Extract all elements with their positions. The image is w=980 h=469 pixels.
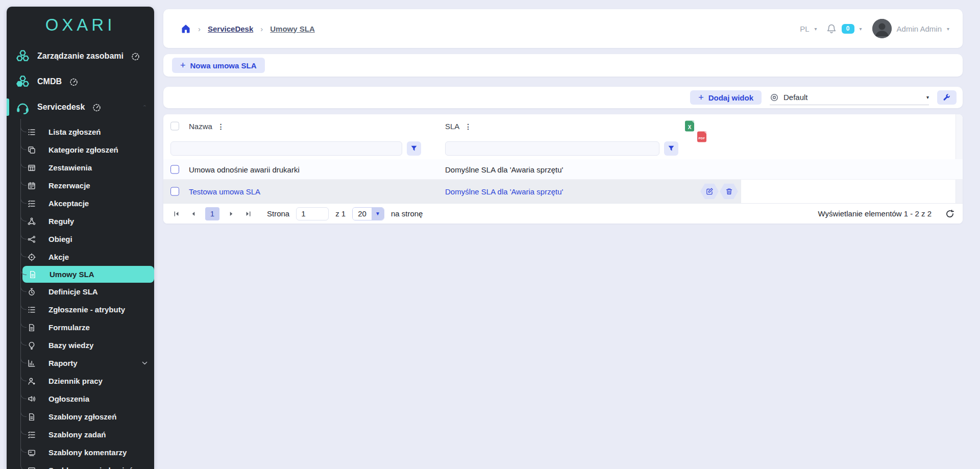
- sidebar-item-label: Szablony zadań: [48, 430, 106, 439]
- column-menu-icon[interactable]: ⋮: [217, 122, 225, 130]
- home-icon[interactable]: [181, 23, 191, 34]
- add-view-button[interactable]: + Dodaj widok: [690, 90, 762, 105]
- filter-input-nazwa[interactable]: [170, 141, 402, 156]
- page-number-input[interactable]: [296, 207, 329, 220]
- breadcrumb: › ServiceDesk › Umowy SLA: [181, 23, 800, 34]
- column-menu-icon[interactable]: ⋮: [464, 122, 472, 130]
- filter-button-nazwa[interactable]: [407, 141, 421, 156]
- section-label: CMDB: [37, 77, 62, 86]
- sidebar-item-label: Szablony zgłoszeń: [48, 412, 116, 421]
- sidebar-item-label: Szablony powiadomień: [48, 466, 133, 469]
- gauge-icon: [92, 103, 101, 112]
- doc-icon: [27, 323, 36, 332]
- sidebar-item-label: Szablony komentarzy: [48, 448, 127, 457]
- user-name[interactable]: Admin Admin: [897, 24, 942, 33]
- table-row-hovered[interactable]: Testowa umowa SLA Domyślne SLA dla 'Awar…: [163, 180, 963, 203]
- sidebar-item-lista-zg-osze-[interactable]: Lista zgłoszeń: [7, 123, 154, 141]
- sidebar-item-szablony-komentarzy[interactable]: Szablony komentarzy: [7, 443, 154, 461]
- breadcrumb-separator: ›: [260, 24, 263, 33]
- sidebar-item-og-oszenia[interactable]: Ogłoszenia: [7, 390, 154, 408]
- table-row[interactable]: Umowa odnośnie awarii drukarki Domyślne …: [163, 159, 963, 180]
- filter-button-sla[interactable]: [664, 141, 678, 156]
- active-section-indicator: [7, 98, 9, 116]
- checklist-icon: [27, 430, 36, 439]
- top-header: › ServiceDesk › Umowy SLA PL ▾ 0 ▾ Admin…: [163, 9, 963, 48]
- page-of-total-label: z 1: [335, 209, 346, 218]
- view-settings-button[interactable]: [937, 90, 957, 105]
- cell-nazwa[interactable]: Umowa odnośnie awarii drukarki: [189, 165, 300, 174]
- breadcrumb-current[interactable]: Umowy SLA: [270, 24, 315, 33]
- list-icon: [27, 305, 36, 314]
- sidebar-item-zestawienia[interactable]: Zestawienia: [7, 159, 154, 177]
- sidebar-item-label: Dziennik pracy: [48, 377, 103, 385]
- first-page-button[interactable]: [172, 208, 182, 219]
- language-caret-icon[interactable]: ▾: [815, 26, 817, 32]
- cell-sla[interactable]: Domyślne SLA dla 'Awaria sprzętu': [445, 165, 563, 174]
- language-selector[interactable]: PL: [800, 24, 809, 33]
- column-header-sla[interactable]: SLA ⋮: [445, 122, 472, 131]
- user-avatar[interactable]: [872, 19, 892, 38]
- sidebar-section-cmdb[interactable]: CMDB: [7, 69, 154, 94]
- filter-input-sla[interactable]: [445, 141, 659, 156]
- gauge-icon: [69, 78, 78, 86]
- sidebar-item-obiegi[interactable]: Obiegi: [7, 230, 154, 248]
- sidebar-section-zarz-dzanie-zasobami[interactable]: Zarządzanie zasobami: [7, 43, 154, 69]
- notifications-bell-icon[interactable]: [826, 23, 837, 34]
- sidebar-item-label: Akceptacje: [48, 199, 89, 208]
- cell-sla-link[interactable]: Domyślne SLA dla 'Awaria sprzętu': [445, 187, 563, 196]
- per-page-label: na stronę: [391, 209, 423, 218]
- sidebar-item-raporty[interactable]: Raporty: [7, 354, 154, 372]
- inbox-icon: [27, 466, 36, 469]
- sidebar-item-bazy-wiedzy[interactable]: Bazy wiedzy: [7, 336, 154, 354]
- row-checkbox[interactable]: [170, 187, 179, 196]
- sidebar-item-umowy-sla[interactable]: Umowy SLA: [22, 266, 154, 283]
- table-header-row: Nazwa ⋮ SLA ⋮ X PDF: [163, 114, 963, 138]
- select-all-checkbox[interactable]: [170, 122, 179, 131]
- funnel-icon: [410, 145, 418, 152]
- sidebar-item-definicje-sla[interactable]: Definicje SLA: [7, 283, 154, 301]
- refresh-button[interactable]: [945, 209, 954, 218]
- section-label: Servicedesk: [37, 103, 85, 112]
- breadcrumb-servicedesk-link[interactable]: ServiceDesk: [208, 24, 253, 33]
- column-header-nazwa[interactable]: Nazwa ⋮: [189, 122, 225, 131]
- notifications-caret-icon[interactable]: ▾: [860, 26, 862, 32]
- sidebar-item-kategorie-zg-osze-[interactable]: Kategorie zgłoszeń: [7, 141, 154, 159]
- table-icon: [27, 163, 36, 172]
- sidebar-section-servicedesk[interactable]: Servicedesk⌃: [7, 94, 154, 120]
- page-size-caret-icon: ▼: [372, 208, 384, 220]
- current-page-button[interactable]: 1: [205, 207, 219, 220]
- sidebar-item-zg-oszenie-atrybuty[interactable]: Zgłoszenie - atrybuty: [7, 301, 154, 318]
- user-menu-caret-icon[interactable]: ▾: [947, 26, 949, 32]
- cell-nazwa-link[interactable]: Testowa umowa SLA: [189, 187, 260, 196]
- sidebar-item-szablony-zada-[interactable]: Szablony zadań: [7, 426, 154, 443]
- view-selector-dropdown[interactable]: Default ▾: [770, 90, 929, 105]
- sidebar-item-akcje[interactable]: Akcje: [7, 248, 154, 266]
- sidebar-item-szablony-zg-osze-[interactable]: Szablony zgłoszeń: [7, 408, 154, 426]
- trash-icon: [725, 188, 733, 195]
- report-icon: [27, 359, 36, 367]
- notification-count-badge[interactable]: 0: [842, 24, 854, 34]
- new-sla-button[interactable]: + Nowa umowa SLA: [172, 58, 265, 73]
- sidebar-item-label: Definicje SLA: [48, 287, 98, 296]
- next-page-button[interactable]: [226, 208, 236, 219]
- sidebar-item-dziennik-pracy[interactable]: Dziennik pracy: [7, 372, 154, 390]
- sidebar-item-label: Formularze: [48, 323, 90, 332]
- sidebar-item-label: Rezerwacje: [48, 181, 90, 190]
- breadcrumb-separator: ›: [198, 24, 201, 33]
- page-size-dropdown[interactable]: 20 ▼: [352, 207, 384, 220]
- last-page-button[interactable]: [243, 208, 253, 219]
- sidebar-item-label: Obiegi: [48, 235, 72, 243]
- sidebar-item-szablony-powiadomie-[interactable]: Szablony powiadomień: [7, 461, 154, 469]
- sidebar-item-rezerwacje[interactable]: Rezerwacje: [7, 177, 154, 194]
- sidebar-item-label: Zgłoszenie - atrybuty: [48, 305, 125, 314]
- list-icon: [27, 128, 36, 136]
- row-checkbox[interactable]: [170, 165, 179, 174]
- sidebar-item-regu-y[interactable]: Reguły: [7, 212, 154, 230]
- sidebar-item-formularze[interactable]: Formularze: [7, 318, 154, 336]
- sidebar-item-akceptacje[interactable]: Akceptacje: [7, 194, 154, 212]
- sidebar: OXARI Zarządzanie zasobamiCMDBServicedes…: [7, 7, 154, 469]
- previous-page-button[interactable]: [188, 208, 199, 219]
- sidebar-item-label: Kategorie zgłoszeń: [48, 145, 118, 154]
- view-selected-label: Default: [783, 93, 922, 102]
- export-excel-icon[interactable]: X: [685, 121, 694, 132]
